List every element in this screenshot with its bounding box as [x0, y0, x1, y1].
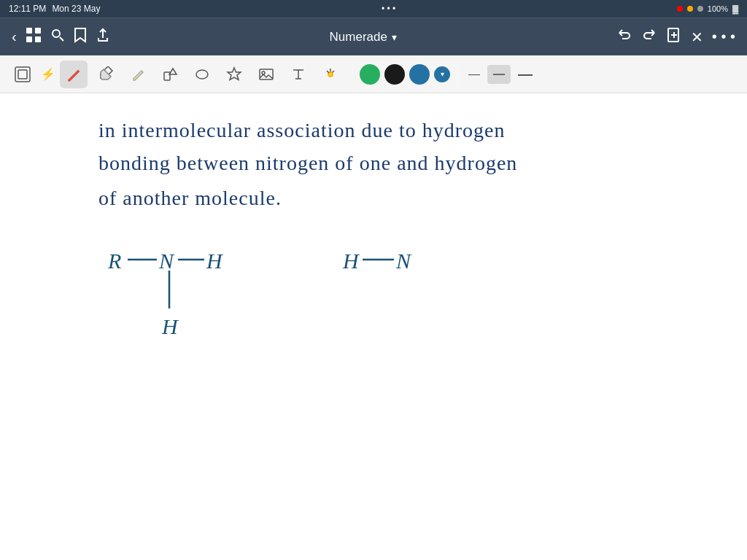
svg-text:H: H	[161, 314, 179, 338]
svg-point-4	[53, 30, 60, 37]
status-center: • • •	[382, 4, 395, 14]
handwritten-content-svg: in intermolecular association due to hyd…	[0, 93, 747, 560]
app-name: Numerade	[330, 30, 387, 44]
line-thick[interactable]: —	[515, 66, 535, 82]
battery-display: 100%	[708, 4, 728, 13]
color-black[interactable]	[384, 64, 405, 85]
status-right: 100% ▓	[677, 4, 738, 13]
shapes-tool[interactable]	[156, 61, 184, 88]
bookmark-button[interactable]	[74, 27, 87, 47]
close-button[interactable]: ✕	[691, 28, 703, 46]
canvas-area: in intermolecular association due to hyd…	[0, 93, 747, 560]
time-display: 12:11 PM	[9, 4, 46, 14]
lasso-tool[interactable]	[188, 61, 216, 88]
svg-text:N: N	[395, 249, 412, 273]
color-blue[interactable]	[409, 64, 430, 85]
svg-point-12	[196, 70, 208, 79]
undo-button[interactable]	[616, 27, 632, 47]
eraser-tool[interactable]	[92, 61, 120, 88]
color-green[interactable]	[360, 64, 380, 85]
svg-rect-3	[35, 36, 41, 42]
text-tool[interactable]	[285, 61, 312, 88]
date-display: Mon 23 May	[52, 4, 100, 14]
svg-rect-11	[164, 72, 170, 80]
share-button[interactable]	[96, 28, 110, 46]
laser-tool[interactable]	[317, 61, 344, 88]
svg-text:R: R	[107, 249, 121, 273]
more-options-button[interactable]: • • •	[712, 28, 735, 45]
signal-indicator	[697, 6, 703, 12]
svg-rect-2	[26, 36, 32, 42]
color-dropdown[interactable]: ▾	[434, 66, 450, 82]
star-tool[interactable]	[220, 61, 248, 88]
dots-indicator: • • •	[382, 4, 395, 14]
select-tool[interactable]	[9, 61, 36, 88]
drawing-toolbar: ⚡	[0, 55, 747, 93]
svg-rect-0	[26, 28, 32, 34]
add-page-button[interactable]	[666, 27, 682, 47]
battery-icon: ▓	[732, 4, 738, 13]
svg-text:H: H	[342, 249, 360, 273]
record-indicator	[677, 6, 683, 12]
nav-center: Numerade ▾	[330, 30, 397, 44]
svg-rect-10	[18, 70, 27, 79]
line-thin[interactable]: —	[465, 68, 483, 81]
back-button[interactable]: ‹	[12, 28, 17, 45]
svg-text:bonding  between  nitrogen  of: bonding between nitrogen of one and hydr…	[98, 152, 517, 174]
line-medium[interactable]: —	[487, 65, 511, 84]
nav-left: ‹	[12, 27, 110, 47]
status-left: 12:11 PM Mon 23 May	[9, 4, 100, 14]
app-titlebar: ‹ Numerade ▾	[0, 18, 747, 55]
svg-text:in  intermolecular  associatio: in intermolecular association due to hyd…	[98, 119, 505, 141]
svg-rect-9	[15, 67, 30, 82]
highlighter-tool[interactable]	[124, 61, 152, 88]
search-button[interactable]	[50, 28, 65, 46]
nav-right: ✕ • • •	[616, 27, 735, 47]
separator-2	[457, 64, 458, 85]
svg-rect-1	[35, 28, 41, 34]
svg-text:H: H	[206, 249, 224, 273]
wifi-indicator	[687, 6, 693, 12]
status-bar: 12:11 PM Mon 23 May • • • 100% ▓	[0, 0, 747, 18]
svg-text:of  another  molecule.: of another molecule.	[98, 187, 282, 209]
svg-line-19	[327, 71, 329, 73]
image-tool[interactable]	[252, 61, 280, 88]
dropdown-icon[interactable]: ▾	[392, 31, 397, 43]
svg-text:N: N	[158, 249, 175, 273]
separator-1	[352, 64, 352, 85]
redo-button[interactable]	[641, 27, 657, 47]
bluetooth-icon: ⚡	[41, 67, 55, 81]
pen-tool[interactable]	[60, 61, 88, 88]
grid-button[interactable]	[26, 27, 42, 47]
svg-line-5	[60, 37, 63, 41]
